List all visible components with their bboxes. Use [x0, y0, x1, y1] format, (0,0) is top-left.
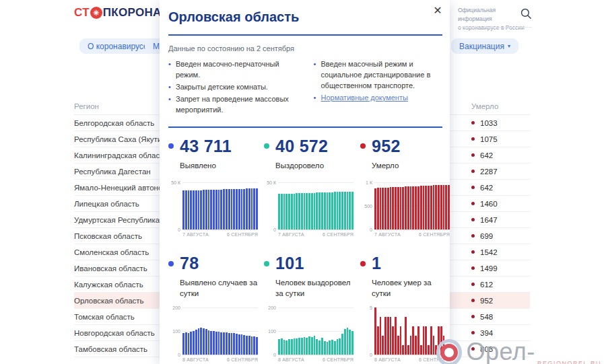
bar	[188, 333, 190, 355]
bar	[374, 307, 376, 355]
bar	[316, 192, 318, 229]
search-icon[interactable]	[520, 7, 533, 21]
bar	[430, 326, 432, 355]
logo-text-prefix: СТ	[74, 6, 90, 20]
bar	[304, 337, 306, 355]
deaths-dot-icon	[471, 331, 475, 334]
bar	[341, 334, 343, 355]
measures-list-right: Введен масочный режим и социальное диста…	[314, 59, 443, 117]
bar	[324, 341, 326, 355]
bar	[193, 190, 195, 229]
daily-charts-row: 20010008 АВГУСТА6 СЕНТЯБРЯ 20010008 АВГУ…	[168, 307, 442, 362]
bar	[377, 326, 379, 355]
bar	[220, 332, 222, 355]
bar	[443, 185, 445, 229]
official-info-line1: Официальная информация	[458, 6, 525, 24]
bar	[283, 194, 285, 229]
bar	[400, 187, 402, 229]
bar	[347, 328, 349, 355]
stat-confirmed-total: 43 711 Выявлено	[168, 137, 264, 172]
bar	[233, 189, 235, 229]
bar	[294, 194, 296, 230]
bar	[218, 332, 220, 355]
x-axis-labels: 7 АВГУСТА6 СЕНТЯБРЯ	[374, 232, 450, 237]
bar	[321, 338, 323, 355]
bar	[318, 340, 321, 355]
bar	[205, 329, 207, 355]
bar	[412, 186, 414, 229]
bar	[228, 333, 230, 355]
y-axis: 1 К5000	[360, 182, 374, 229]
x-axis-labels: 8 АВГУСТА6 СЕНТЯБРЯ	[182, 357, 258, 362]
deaths-dot-icon	[471, 202, 475, 205]
bar	[311, 337, 313, 355]
bar	[339, 338, 341, 355]
deaths-value: 2287	[471, 168, 530, 176]
deaths-value: 1542	[471, 248, 530, 256]
deaths-dot-icon	[471, 299, 475, 302]
plot-area	[374, 307, 450, 355]
bar	[430, 186, 432, 230]
bar	[223, 189, 225, 229]
bar	[374, 188, 376, 230]
bar	[226, 189, 228, 229]
deaths-total-label: Умерло	[372, 161, 442, 172]
deaths-value: 642	[471, 151, 530, 159]
deaths-dot-icon	[471, 234, 475, 238]
bar	[327, 192, 329, 229]
bar	[384, 317, 386, 355]
bar	[445, 345, 447, 355]
bar	[410, 186, 412, 229]
y-axis: 50 К0	[264, 182, 278, 229]
bar	[182, 190, 184, 229]
bar	[291, 339, 293, 355]
documents-link[interactable]: Нормативные документы	[321, 94, 408, 102]
nav-vaccination[interactable]: Вакцинация ▾	[451, 38, 518, 54]
bar	[200, 190, 202, 230]
bar	[435, 345, 437, 355]
bar	[339, 192, 341, 229]
plot-area	[278, 307, 354, 355]
bar	[314, 193, 316, 230]
bar	[200, 328, 202, 355]
bar	[285, 340, 288, 355]
close-icon[interactable]: ✕	[430, 3, 445, 17]
bar	[296, 193, 298, 229]
bar	[433, 336, 435, 355]
official-info-text: Официальная информация о коронавирусе в …	[458, 6, 525, 33]
bar	[218, 190, 220, 229]
measure-item: Закрыты детские комнаты.	[168, 82, 298, 93]
bar	[412, 326, 414, 355]
bar	[241, 189, 243, 230]
chart-confirmed-cumulative: 50 К07 АВГУСТА6 СЕНТЯБРЯ	[168, 182, 258, 237]
bar	[253, 188, 255, 229]
bar	[308, 336, 310, 355]
bar	[331, 192, 333, 230]
confirmed-dot-icon	[168, 261, 174, 266]
y-axis: 2001000	[168, 307, 182, 355]
bar	[203, 328, 205, 355]
bar	[400, 326, 402, 355]
bar	[298, 193, 300, 229]
bar	[327, 342, 329, 355]
bar	[329, 192, 331, 230]
bar	[243, 335, 245, 355]
bar	[231, 189, 233, 229]
bar	[298, 338, 300, 355]
bar	[198, 190, 200, 230]
deaths-dot-icon	[471, 186, 475, 189]
bar	[306, 338, 308, 355]
bar	[236, 334, 238, 355]
bar	[226, 332, 228, 355]
deaths-value: 808	[471, 345, 530, 353]
bar	[195, 330, 197, 355]
bar	[296, 338, 298, 355]
y-axis: 50	[360, 307, 374, 355]
confirmed-total-value: 43 711	[180, 137, 232, 156]
bar	[185, 190, 187, 229]
bar	[380, 188, 382, 229]
bar	[435, 185, 437, 229]
bar	[228, 189, 230, 229]
recovered-daily-label: Человек выздоровел за сутки	[275, 278, 355, 299]
bar	[420, 345, 422, 355]
